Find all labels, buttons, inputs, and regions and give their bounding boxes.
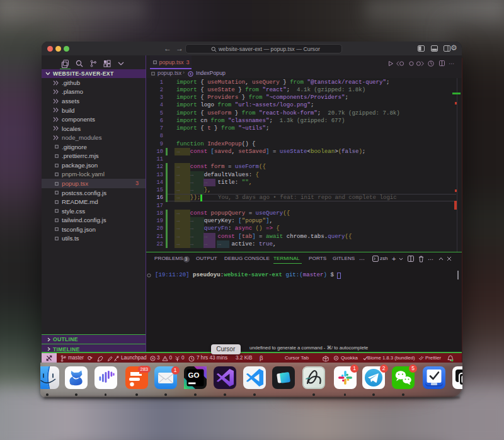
svg-text:GO: GO [188, 371, 200, 379]
